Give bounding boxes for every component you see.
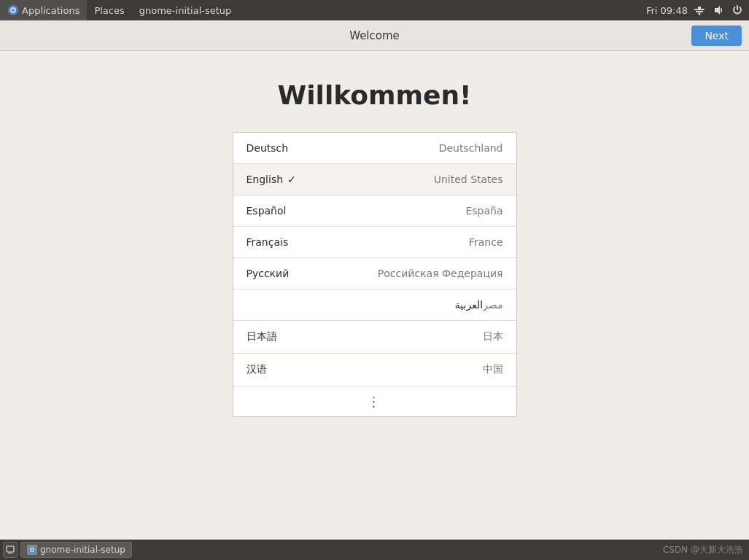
- applications-label: Applications: [22, 5, 79, 16]
- language-name: Deutsch: [247, 142, 439, 154]
- language-row[interactable]: РусскийРоссийская Федерация: [233, 258, 516, 289]
- language-region: France: [469, 236, 503, 248]
- applications-menu[interactable]: Applications: [0, 0, 87, 20]
- language-row[interactable]: 汉语中国: [233, 354, 516, 386]
- svg-rect-8: [7, 546, 14, 552]
- menu-left: Applications Places gnome-initial-setup: [0, 0, 238, 20]
- svg-marker-7: [715, 6, 720, 15]
- places-menu[interactable]: Places: [87, 0, 131, 20]
- svg-rect-4: [696, 11, 703, 12]
- svg-rect-9: [8, 553, 12, 553]
- gnome-logo-icon: [7, 4, 19, 16]
- language-region: United States: [434, 174, 503, 185]
- volume-icon[interactable]: [711, 3, 726, 18]
- language-region: Российская Федерация: [378, 268, 503, 279]
- taskbar-watermark: CSDN @大新大浩浩: [663, 544, 746, 556]
- window-menu[interactable]: gnome-initial-setup: [132, 0, 239, 20]
- taskbar-app-label: gnome-initial-setup: [40, 545, 125, 555]
- language-region: مصر: [483, 299, 502, 311]
- taskbar-app-button[interactable]: gnome-initial-setup: [20, 542, 132, 558]
- language-region: España: [465, 205, 502, 217]
- svg-rect-5: [698, 7, 701, 9]
- more-languages-button[interactable]: ⋮: [233, 386, 516, 416]
- clock-display: Fri 09:48: [646, 5, 688, 16]
- taskbar-app-icon: [27, 545, 37, 555]
- language-name: 日本語: [247, 330, 483, 343]
- network-icon[interactable]: [692, 3, 707, 18]
- language-row[interactable]: العربيةمصر: [233, 289, 516, 321]
- language-row[interactable]: FrançaisFrance: [233, 227, 516, 258]
- svg-point-6: [699, 13, 701, 15]
- language-name: Русский: [247, 268, 378, 279]
- language-name: Français: [247, 236, 469, 248]
- language-region: 中国: [483, 363, 503, 376]
- language-row[interactable]: EspañolEspaña: [233, 195, 516, 227]
- menubar: Applications Places gnome-initial-setup …: [0, 0, 749, 20]
- places-label: Places: [94, 5, 124, 16]
- power-icon[interactable]: [730, 3, 745, 18]
- welcome-heading: Willkommen!: [278, 80, 472, 110]
- show-desktop-button[interactable]: [3, 542, 18, 558]
- language-region: Deutschland: [439, 142, 503, 154]
- menu-right: Fri 09:48: [646, 3, 749, 18]
- language-name: العربية: [247, 299, 484, 311]
- language-name: Español: [247, 205, 466, 217]
- language-name: 汉语: [247, 363, 483, 376]
- svg-point-2: [12, 9, 15, 12]
- language-row[interactable]: DeutschDeutschland: [233, 133, 516, 164]
- svg-point-12: [31, 549, 34, 551]
- window-title: Welcome: [349, 29, 400, 42]
- next-button[interactable]: Next: [691, 26, 742, 46]
- taskbar: gnome-initial-setup CSDN @大新大浩浩: [0, 540, 749, 560]
- titlebar: Welcome Next: [0, 20, 749, 51]
- main-window: Welcome Next Willkommen! DeutschDeutschl…: [0, 20, 749, 540]
- language-row[interactable]: English ✓United States: [233, 164, 516, 195]
- language-region: 日本: [483, 330, 503, 343]
- language-row[interactable]: 日本語日本: [233, 321, 516, 354]
- content-area: Willkommen! DeutschDeutschlandEnglish ✓U…: [0, 51, 749, 540]
- language-name: English ✓: [247, 174, 434, 185]
- window-title-label: gnome-initial-setup: [139, 5, 232, 16]
- language-list: DeutschDeutschlandEnglish ✓United States…: [233, 132, 517, 417]
- selected-checkmark-icon: ✓: [287, 174, 296, 185]
